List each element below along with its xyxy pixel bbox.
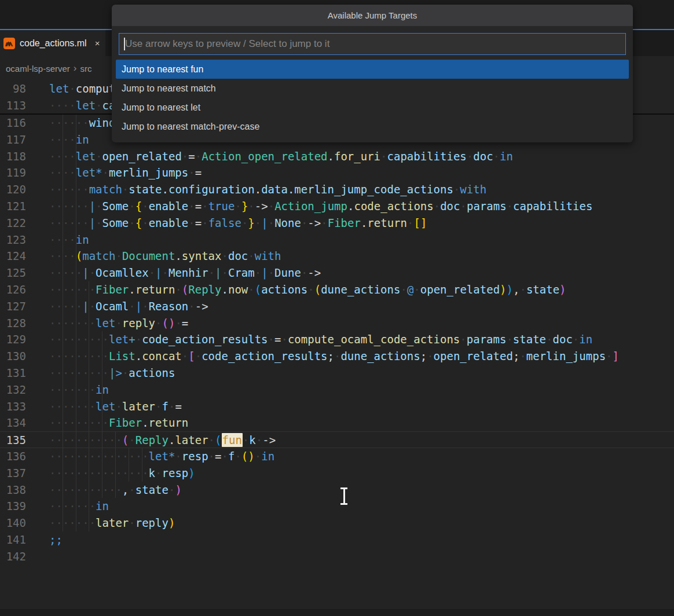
line-number: 125 [0, 265, 26, 281]
code-text: ···············k·resp) [49, 465, 195, 482]
code-line-132[interactable]: 132·······in [0, 382, 674, 398]
window-bottom-edge [0, 609, 674, 616]
jump-list-item-4[interactable]: Jump to nearest match-prev-case [116, 117, 629, 136]
code-text: ;; [49, 531, 63, 548]
code-line-133[interactable]: 133·······let·later·f·= [0, 398, 674, 415]
code-text: ····let·ca [49, 97, 115, 114]
line-number: 126 [0, 281, 26, 298]
line-number: 123 [0, 232, 26, 248]
code-line-120[interactable]: 120······match·state.configuration.data.… [0, 181, 674, 198]
line-number: 140 [0, 515, 26, 531]
code-viewport[interactable]: 116······wind117····in118····let·open_re… [0, 115, 674, 565]
code-line-119[interactable]: 119····let*·merlin_jumps·= [0, 164, 674, 181]
code-line-135[interactable]: 135···········(·Reply.later·(fun·k·-> [0, 431, 674, 448]
line-number: 136 [0, 448, 26, 465]
code-line-124[interactable]: 124····(match·Document.syntax·doc·with [0, 248, 674, 265]
line-number: 142 [0, 548, 26, 565]
code-line-121[interactable]: 121······|·Some·{·enable·=·true·}·->·Act… [0, 198, 674, 215]
line-number: 135 [0, 432, 26, 449]
code-text: let·comput [49, 80, 115, 97]
line-number: 131 [0, 365, 26, 382]
breadcrumb-item-src[interactable]: src [80, 64, 92, 74]
code-text: ·····|·Ocamllex·|·Menhir·|·Cram·|·Dune·-… [49, 265, 321, 281]
code-text: ····let*·merlin_jumps·= [49, 164, 202, 181]
jump-targets-dialog: Available Jump Targets Jump to nearest f… [112, 5, 633, 142]
code-line-136[interactable]: 136···············let*·resp·=·f·()·in [0, 448, 674, 465]
breadcrumb-item-project[interactable]: ocaml-lsp-server [6, 64, 70, 74]
indent-guide [115, 431, 116, 498]
line-number: 129 [0, 331, 26, 348]
chevron-right-icon: › [74, 63, 77, 74]
tab-close-icon[interactable]: × [95, 38, 100, 48]
code-text: ····(match·Document.syntax·doc·with [49, 248, 281, 265]
line-number: 133 [0, 398, 26, 415]
code-line-138[interactable]: 138···········,·state·) [0, 482, 674, 498]
vscode-window: code_actions.ml × ocaml-lsp-server › src… [0, 0, 674, 616]
line-number: 127 [0, 298, 26, 315]
line-number: 130 [0, 348, 26, 365]
code-line-130[interactable]: 130·········List.concat·[·code_action_re… [0, 348, 674, 365]
indent-guide [63, 115, 63, 531]
code-line-127[interactable]: 127·····|·Ocaml·|·Reason·-> [0, 298, 674, 315]
line-number: 137 [0, 465, 26, 482]
code-text: ·······in [49, 498, 109, 515]
code-line-139[interactable]: 139·······in [0, 498, 674, 515]
code-text: ·······later·reply) [49, 515, 175, 531]
code-line-123[interactable]: 123····in [0, 232, 674, 248]
line-number: 121 [0, 198, 26, 215]
code-line-118[interactable]: 118····let·open_related·=·Action_open_re… [0, 148, 674, 165]
code-text: ·······in [49, 382, 109, 398]
line-number: 124 [0, 248, 26, 265]
code-line-126[interactable]: 126·······Fiber.return·(Reply.now·(actio… [0, 281, 674, 298]
line-number: 118 [0, 148, 26, 165]
line-number: 141 [0, 531, 26, 548]
code-line-141[interactable]: 141;; [0, 531, 674, 548]
code-text: ·········|>·actions [49, 365, 175, 382]
line-number: 120 [0, 181, 26, 198]
code-text: ······match·state.configuration.data.mer… [49, 181, 486, 198]
mouse-ibeam-cursor [339, 487, 349, 505]
tab-label: code_actions.ml [20, 38, 87, 49]
indent-guide [102, 331, 102, 498]
jump-target-list: Jump to nearest funJump to nearest match… [112, 60, 633, 136]
code-text: ······|·Some·{·enable·=·true·}·->·Action… [49, 198, 592, 215]
code-line-140[interactable]: 140·······later·reply) [0, 515, 674, 531]
indent-guide [89, 281, 89, 531]
code-text: ···········(·Reply.later·(fun·k·-> [49, 432, 276, 449]
code-line-122[interactable]: 122······|·Some·{·enable·=·false·}·|·Non… [0, 215, 674, 232]
code-text: ······wind [49, 115, 115, 131]
code-line-142[interactable]: 142 [0, 548, 674, 565]
jump-target-highlight: fun [222, 433, 243, 447]
line-number: 117 [0, 131, 26, 148]
indent-guide [76, 115, 76, 531]
code-text: ·········List.concat·[·code_action_resul… [49, 348, 619, 365]
code-line-131[interactable]: 131·········|>·actions [0, 365, 674, 382]
text-caret [124, 38, 125, 50]
code-line-134[interactable]: 134·········Fiber.return [0, 415, 674, 431]
code-text: ·······Fiber.return·(Reply.now·(actions·… [49, 281, 566, 298]
line-number: 128 [0, 315, 26, 332]
line-number: 134 [0, 415, 26, 431]
line-number: 132 [0, 382, 26, 398]
code-text: ·····|·Ocaml·|·Reason·-> [49, 298, 208, 315]
jump-target-search-input[interactable] [119, 33, 626, 55]
tab-code-actions[interactable]: code_actions.ml × [0, 30, 105, 56]
ocaml-file-icon [3, 38, 15, 49]
code-line-137[interactable]: 137···············k·resp) [0, 465, 674, 482]
code-line-125[interactable]: 125·····|·Ocamllex·|·Menhir·|·Cram·|·Dun… [0, 265, 674, 281]
line-number: 113 [0, 97, 26, 114]
line-number: 122 [0, 215, 26, 232]
line-number: 139 [0, 498, 26, 515]
code-text: ·········let+·code_action_results·=·comp… [49, 331, 592, 348]
jump-list-item-2[interactable]: Jump to nearest match [116, 79, 629, 98]
line-number: 116 [0, 115, 26, 131]
code-text: ······|·Some·{·enable·=·false·}·|·None·-… [49, 215, 427, 232]
code-text: ·········Fiber.return [49, 415, 188, 431]
indent-guide [142, 448, 142, 482]
code-line-129[interactable]: 129·········let+·code_action_results·=·c… [0, 331, 674, 348]
code-editor[interactable]: 98let·comput113····let·ca 116······wind1… [0, 80, 674, 565]
code-line-128[interactable]: 128·······let·reply·()·= [0, 315, 674, 332]
jump-list-item-1[interactable]: Jump to nearest fun [116, 60, 629, 79]
jump-list-item-3[interactable]: Jump to nearest let [116, 98, 629, 117]
code-text: ····in [49, 232, 89, 248]
